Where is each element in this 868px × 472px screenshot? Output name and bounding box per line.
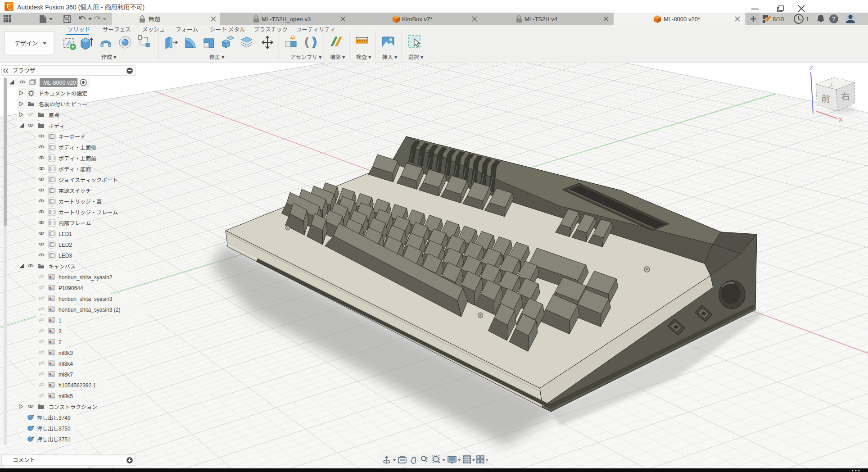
svg-text:LED1: LED1 <box>59 231 72 237</box>
svg-text:名前の付いたビュー: 名前の付いたビュー <box>39 101 87 108</box>
svg-text:内部フレーム: 内部フレーム <box>59 220 91 227</box>
svg-text:ml8k3: ml8k3 <box>59 350 73 356</box>
svg-text:ボディ・上面後: ボディ・上面後 <box>59 145 96 151</box>
svg-text:ジョイスティックポート: ジョイスティックポート <box>59 177 118 183</box>
svg-text:honbun_shita_syasin3 (2): honbun_shita_syasin3 (2) <box>59 307 120 313</box>
svg-text:2: 2 <box>59 339 62 345</box>
svg-text:8/10: 8/10 <box>773 16 784 23</box>
svg-text:メッシュ: メッシュ <box>142 27 165 33</box>
svg-text:ml8k4: ml8k4 <box>59 361 73 367</box>
svg-text:上: 上 <box>828 82 836 87</box>
svg-text:電源スイッチ: 電源スイッチ <box>59 188 91 194</box>
svg-text:キャンバス: キャンバス <box>49 263 76 270</box>
svg-text:ボディ: ボディ <box>49 123 65 129</box>
svg-text:デザイン: デザイン <box>14 40 38 47</box>
svg-text:シート メタル: シート メタル <box>210 27 245 33</box>
svg-text:コメント: コメント <box>13 457 35 463</box>
svg-text:挿入 ▾: 挿入 ▾ <box>382 54 397 60</box>
svg-text:前: 前 <box>821 94 830 104</box>
svg-text:押し出し3750: 押し出し3750 <box>37 426 71 432</box>
svg-text:右: 右 <box>841 91 850 102</box>
svg-text:選択 ▾: 選択 ▾ <box>408 54 423 60</box>
svg-text:Z: Z <box>809 64 813 72</box>
svg-text:コンストラクション: コンストラクション <box>49 404 97 410</box>
svg-text:押し出し3749: 押し出し3749 <box>37 415 71 421</box>
svg-text:修正 ▾: 修正 ▾ <box>209 54 224 60</box>
svg-text:X: X <box>838 116 843 123</box>
svg-text:h1054562392.1: h1054562392.1 <box>59 382 96 389</box>
svg-text:プラスチック: プラスチック <box>254 27 288 33</box>
svg-text:サーフェス: サーフェス <box>103 27 131 33</box>
svg-text:1: 1 <box>59 318 62 324</box>
svg-text:LED3: LED3 <box>59 253 72 259</box>
svg-text:?: ? <box>832 15 836 23</box>
svg-text:1: 1 <box>806 16 809 23</box>
svg-text:キーボード: キーボード <box>59 134 86 140</box>
svg-text:ml8k5: ml8k5 <box>59 393 73 399</box>
svg-text:フォーム: フォーム <box>176 27 198 33</box>
svg-text:検査 ▾: 検査 ▾ <box>356 54 371 60</box>
svg-text:作成 ▾: 作成 ▾ <box>101 54 116 60</box>
svg-text:原点: 原点 <box>49 112 59 118</box>
svg-text:無題: 無題 <box>149 16 160 23</box>
svg-text:ドキュメントの設定: ドキュメントの設定 <box>39 91 87 97</box>
svg-text:ML-TS2H_open v3: ML-TS2H_open v3 <box>262 16 311 23</box>
svg-text:ML-8000 v20*: ML-8000 v20* <box>664 16 700 23</box>
svg-text:ML-TS2H v4: ML-TS2H v4 <box>524 16 557 23</box>
svg-text:押し出し3751: 押し出し3751 <box>37 436 71 443</box>
svg-text:アセンブリ ▾: アセンブリ ▾ <box>290 54 321 60</box>
svg-text:honbun_shita_syasin3: honbun_shita_syasin3 <box>59 296 113 302</box>
svg-text:ユーティリティ: ユーティリティ <box>296 27 336 33</box>
svg-text:ml8k7: ml8k7 <box>59 372 73 378</box>
svg-text:ブラウザ: ブラウザ <box>13 68 36 74</box>
svg-text:ボディ・底面: ボディ・底面 <box>59 166 91 172</box>
svg-text:ボディ・上面前: ボディ・上面前 <box>59 155 96 162</box>
svg-text:カートリッジ・蓋: カートリッジ・蓋 <box>59 199 102 205</box>
svg-text:3: 3 <box>59 328 62 335</box>
svg-text:LED2: LED2 <box>59 242 72 248</box>
svg-text:ソリッド: ソリッド <box>68 27 90 33</box>
svg-text:カートリッジ・フレーム: カートリッジ・フレーム <box>59 209 118 216</box>
svg-text:KimBox v7*: KimBox v7* <box>402 16 432 23</box>
svg-text:360: 360 <box>8 9 12 11</box>
svg-text:ML-8000 v20: ML-8000 v20 <box>43 80 76 86</box>
svg-text:P1090644: P1090644 <box>59 285 83 291</box>
svg-text:構築 ▾: 構築 ▾ <box>330 54 345 60</box>
svg-text:honbun_shita_syasin2: honbun_shita_syasin2 <box>59 274 113 281</box>
